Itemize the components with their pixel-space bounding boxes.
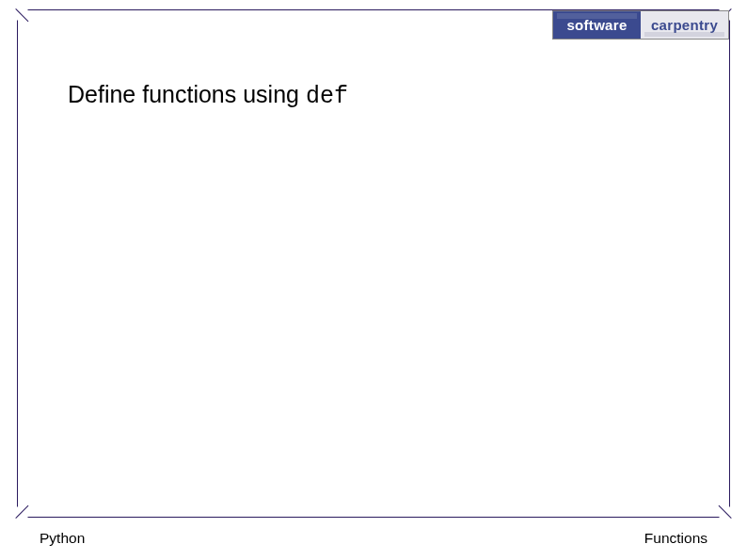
corner-cut <box>16 505 29 519</box>
slide-title: Define functions using def <box>68 81 348 110</box>
title-keyword: def <box>306 83 348 110</box>
corner-cut <box>16 8 29 22</box>
logo-right-word: carpentry <box>641 11 728 39</box>
corner-cut <box>718 505 731 519</box>
title-prefix: Define functions using <box>68 81 306 107</box>
footer-left: Python <box>40 530 85 547</box>
software-carpentry-logo: software carpentry <box>552 10 729 40</box>
logo-left-word: software <box>553 11 641 39</box>
footer-right: Functions <box>644 530 707 547</box>
